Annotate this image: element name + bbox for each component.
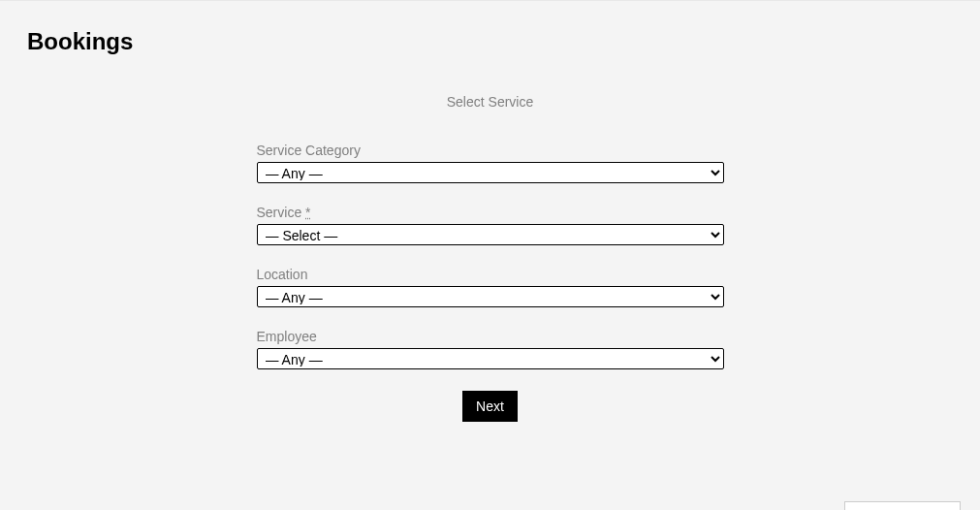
select-service-category[interactable]: — Any — bbox=[257, 162, 724, 183]
select-employee[interactable]: — Any — bbox=[257, 348, 724, 369]
select-service[interactable]: — Select — bbox=[257, 224, 724, 245]
label-employee: Employee bbox=[257, 329, 724, 344]
field-group-service: Service * — Select — bbox=[257, 205, 724, 245]
page-title: Bookings bbox=[0, 1, 980, 55]
field-group-service-category: Service Category — Any — bbox=[257, 143, 724, 183]
bottom-right-box bbox=[844, 501, 961, 510]
label-location: Location bbox=[257, 267, 724, 282]
select-location[interactable]: — Any — bbox=[257, 286, 724, 307]
field-group-location: Location — Any — bbox=[257, 267, 724, 307]
action-row: Next bbox=[257, 391, 724, 422]
field-group-employee: Employee — Any — bbox=[257, 329, 724, 369]
label-service-category: Service Category bbox=[257, 143, 724, 158]
next-button[interactable]: Next bbox=[462, 391, 518, 422]
section-heading: Select Service bbox=[257, 94, 724, 110]
required-asterisk: * bbox=[305, 205, 310, 220]
label-service: Service * bbox=[257, 205, 724, 220]
booking-form: Select Service Service Category — Any — … bbox=[257, 94, 724, 422]
